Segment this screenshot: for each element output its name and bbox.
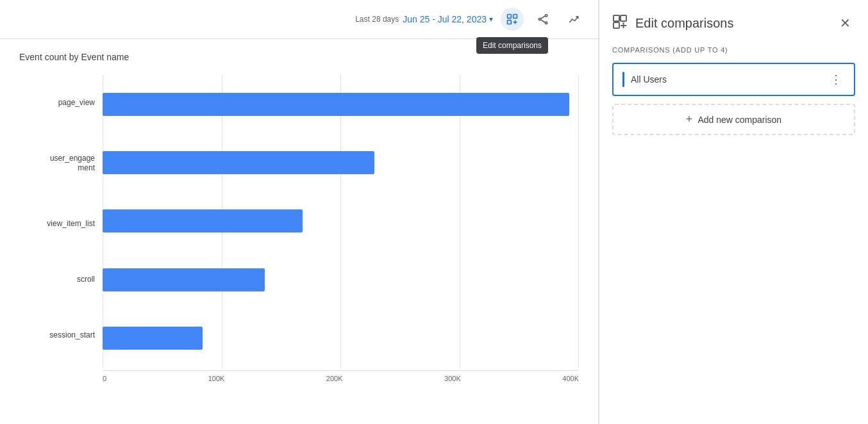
section-label: COMPARISONS (ADD UP TO 4) [612, 46, 855, 54]
bar-row-scroll [103, 267, 579, 293]
chevron-down-icon: ▾ [489, 15, 493, 24]
x-label-200k: 200K [326, 375, 343, 382]
svg-rect-9 [621, 15, 626, 21]
x-label-100k: 100K [208, 375, 225, 382]
bar-row-view-item-list [103, 208, 579, 234]
main-content: Last 28 days Jun 25 - Jul 22, 2023 ▾ Edi… [0, 0, 599, 424]
x-axis: 0 100K 200K 300K 400K [103, 370, 579, 382]
right-panel: Edit comparisons ✕ COMPARISONS (ADD UP T… [599, 0, 868, 424]
close-icon: ✕ [840, 15, 851, 31]
bars-container [103, 75, 579, 368]
bar-row-user-engagement [103, 150, 579, 175]
more-icon: ⋮ [830, 72, 842, 86]
svg-point-5 [545, 22, 547, 24]
add-comparison-button[interactable]: + Add new comparison [612, 104, 855, 135]
bar-row-page-view [103, 92, 579, 117]
svg-point-4 [538, 18, 540, 20]
panel-chart-icon [612, 14, 628, 33]
add-comparison-label: Add new comparison [697, 115, 781, 125]
svg-rect-2 [508, 20, 512, 24]
chart-inner: 0 100K 200K 300K 400K [103, 75, 579, 382]
x-label-400k: 400K [562, 375, 579, 382]
date-value[interactable]: Jun 25 - Jul 22, 2023 ▾ [403, 14, 493, 24]
trend-icon [567, 13, 580, 26]
date-range: Last 28 days Jun 25 - Jul 22, 2023 ▾ [355, 14, 493, 24]
comparison-indicator [622, 72, 624, 87]
comparison-more-button[interactable]: ⋮ [827, 70, 845, 88]
svg-line-6 [541, 16, 546, 19]
y-label-user-engagement: user_engagement [19, 154, 95, 174]
y-label-page-view: page_view [19, 98, 95, 108]
chart-area: Event count by Event name page_view user… [0, 39, 598, 424]
x-label-300k: 300K [444, 375, 461, 382]
svg-rect-10 [613, 22, 619, 28]
bar-view-item-list [103, 209, 303, 232]
edit-comparisons-button[interactable] [501, 8, 524, 31]
bar-scroll [103, 268, 265, 291]
comparison-name: All Users [631, 74, 827, 85]
add-icon: + [686, 113, 693, 126]
bar-user-engagement [103, 151, 374, 174]
svg-rect-8 [613, 15, 619, 21]
y-label-scroll: scroll [19, 275, 95, 285]
chart-wrapper: page_view user_engagement view_item_list… [19, 75, 579, 382]
svg-line-7 [541, 20, 546, 22]
share-button[interactable] [531, 8, 555, 31]
svg-point-3 [545, 15, 547, 17]
panel-title: Edit comparisons [635, 16, 827, 31]
share-icon [537, 13, 549, 26]
bar-row-session-start [103, 325, 579, 351]
comparison-item-all-users: All Users ⋮ [612, 63, 855, 96]
y-label-session-start: session_start [19, 330, 95, 341]
trend-button[interactable] [562, 8, 585, 31]
panel-header: Edit comparisons ✕ [612, 13, 855, 33]
edit-comparisons-tooltip-container: Edit comparisons [501, 8, 524, 31]
y-label-view-item-list: view_item_list [19, 219, 95, 229]
x-label-0: 0 [103, 375, 106, 382]
svg-rect-0 [508, 15, 512, 19]
chart-title: Event count by Event name [19, 52, 579, 62]
bar-session-start [103, 327, 203, 350]
y-axis-labels: page_view user_engagement view_item_list… [19, 75, 103, 382]
close-panel-button[interactable]: ✕ [835, 13, 855, 33]
chart-icon [506, 13, 519, 26]
svg-rect-1 [513, 15, 517, 19]
header-bar: Last 28 days Jun 25 - Jul 22, 2023 ▾ Edi… [0, 0, 598, 39]
date-label: Last 28 days [355, 15, 399, 24]
bar-page-view [103, 93, 569, 116]
